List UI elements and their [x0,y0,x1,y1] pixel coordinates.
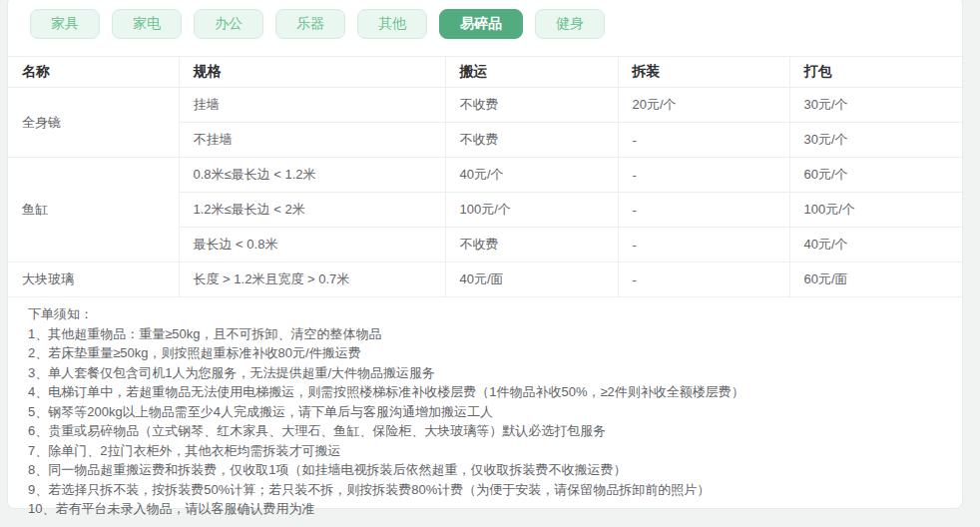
spec-cell: 0.8米≤最长边 < 1.2米 [179,158,445,193]
spec-cell: 最长边 < 0.8米 [179,228,445,263]
pack-cell: 60元/个 [789,158,962,193]
note-item: 3、单人套餐仅包含司机1人为您服务，无法提供超重/大件物品搬运服务 [28,363,942,383]
spec-cell: 长度 > 1.2米且宽度 > 0.7米 [179,263,445,297]
pricing-card: 家具家电办公乐器其他易碎品健身 名称 规格 搬运 拆装 打包 全身镜挂墙不收费2… [7,0,963,509]
item-name-cell: 鱼缸 [8,158,179,263]
note-item: 8、同一物品超重搬运费和拆装费，仅收取1项（如挂墙电视拆装后依然超重，仅收取拆装… [28,460,942,480]
disassemble-cell: - [618,263,789,297]
table-row: 大块玻璃长度 > 1.2米且宽度 > 0.7米40元/面-60元/面 [8,263,962,297]
move-cell: 不收费 [445,228,618,263]
move-cell: 100元/个 [445,193,618,228]
pack-cell: 30元/个 [789,88,962,123]
notes-title: 下单须知： [28,304,942,324]
note-item: 1、其他超重物品：重量≥50kg，且不可拆卸、清空的整体物品 [28,324,942,344]
tab-6-active[interactable]: 易碎品 [439,9,523,39]
pack-cell: 40元/个 [789,228,962,263]
tab-3[interactable]: 办公 [194,9,263,39]
note-item: 10、若有平台未录入物品，请以客服确认费用为准 [28,499,942,519]
disassemble-cell: - [618,193,789,228]
column-header-pack: 打包 [789,57,962,88]
disassemble-cell: 20元/个 [618,88,789,123]
tab-7[interactable]: 健身 [535,9,605,39]
category-tabbar: 家具家电办公乐器其他易碎品健身 [8,0,962,56]
column-header-spec: 规格 [179,57,445,88]
pack-cell: 100元/个 [789,193,962,228]
pack-cell: 30元/个 [789,123,962,158]
column-header-name: 名称 [8,57,179,88]
column-header-move: 搬运 [445,57,618,88]
item-name-cell: 全身镜 [8,88,179,158]
note-item: 4、电梯订单中，若超重物品无法使用电梯搬运，则需按照楼梯标准补收楼层费（1件物品… [28,382,942,402]
move-cell: 40元/个 [445,158,618,193]
price-table: 名称 规格 搬运 拆装 打包 全身镜挂墙不收费20元/个30元/个不挂墙不收费-… [8,56,962,297]
note-item: 2、若床垫重量≥50kg，则按照超重标准补收80元/件搬运费 [28,343,942,363]
disassemble-cell: - [618,123,789,158]
spec-cell: 挂墙 [179,88,445,123]
table-row: 鱼缸0.8米≤最长边 < 1.2米40元/个-60元/个 [8,158,962,193]
spec-cell: 1.2米≤最长边 < 2米 [179,193,445,228]
disassemble-cell: - [618,158,789,193]
order-notes: 下单须知： 1、其他超重物品：重量≥50kg，且不可拆卸、清空的整体物品2、若床… [8,297,962,519]
note-item: 7、除单门、2拉门衣柜外，其他衣柜均需拆装才可搬运 [28,441,942,461]
column-header-disassemble: 拆装 [618,57,789,88]
tab-5[interactable]: 其他 [357,9,427,39]
pack-cell: 60元/面 [789,263,962,297]
move-cell: 不收费 [445,88,618,123]
price-table-body: 全身镜挂墙不收费20元/个30元/个不挂墙不收费-30元/个鱼缸0.8米≤最长边… [8,88,962,297]
move-cell: 40元/面 [445,263,618,297]
item-name-cell: 大块玻璃 [8,263,179,297]
disassemble-cell: - [618,228,789,263]
table-header-row: 名称 规格 搬运 拆装 打包 [8,57,962,88]
note-item: 5、钢琴等200kg以上物品需至少4人完成搬运，请下单后与客服沟通增加搬运工人 [28,402,942,422]
note-item: 6、贵重或易碎物品（立式钢琴、红木家具、大理石、鱼缸、保险柜、大块玻璃等）默认必… [28,421,942,441]
spec-cell: 不挂墙 [179,123,445,158]
move-cell: 不收费 [445,123,618,158]
tab-2[interactable]: 家电 [112,9,182,39]
table-row: 全身镜挂墙不收费20元/个30元/个 [8,88,962,123]
note-item: 9、若选择只拆不装，按拆装费50%计算；若只装不拆，则按拆装费80%计费（为便于… [28,480,942,500]
tab-1[interactable]: 家具 [30,9,100,39]
tab-4[interactable]: 乐器 [275,9,345,39]
